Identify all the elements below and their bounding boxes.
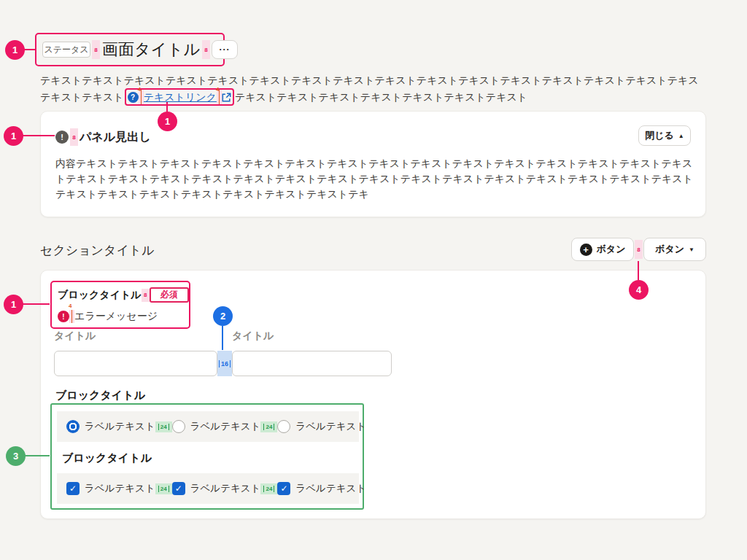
gap-annotation-8: 8 (92, 40, 100, 59)
spec-page: 1 ステータス 8 画面タイトル 8 ··· テキストテキストテキストテキストテ… (0, 0, 747, 560)
status-badge: ステータス (42, 42, 90, 58)
radio-group-title: ブロックタイトル (55, 389, 145, 402)
page-header-specbox: ステータス 8 画面タイトル 8 ··· (35, 33, 225, 66)
checkbox-checked-icon[interactable]: ✓ (277, 482, 290, 495)
radio-label: ラベルテキスト (85, 420, 155, 433)
annotation-line (166, 102, 168, 112)
radio-option-1[interactable]: ラベルテキスト (66, 420, 155, 433)
annotation-marker-1-panel: 1 (4, 126, 23, 146)
gap-annotation-24: 24 (155, 421, 172, 432)
annotation-line (23, 303, 50, 305)
panel-heading: パネル見出し (80, 130, 151, 145)
annotation-marker-1-link: 1 (158, 112, 177, 131)
page-title: 画面タイトル (101, 39, 201, 61)
checkbox-row: ✓ ラベルテキスト 24 ✓ ラベルテキスト 24 ✓ ラベルテキスト (57, 473, 359, 504)
gap-annotation-24: 24 (260, 483, 277, 494)
close-panel-button[interactable]: 閉じる ▲ (638, 125, 691, 146)
section-title: セクションタイトル (40, 242, 155, 259)
radio-label: ラベルテキスト (190, 420, 261, 433)
annotation-marker-1-block: 1 (4, 295, 23, 314)
plus-icon: + (580, 244, 592, 256)
intro-paragraph: テキストテキストテキストテキストテキストテキストテキストテキストテキストテキスト… (40, 74, 705, 106)
gap-annotation-8: 8 (635, 240, 643, 259)
text-link[interactable]: テキストリンク (144, 90, 217, 104)
radio-off-icon[interactable] (277, 420, 290, 433)
panel-card: ! 8 パネル見出し 閉じる ▲ 内容テキストテキストテキストテキストテキストテ… (40, 111, 706, 217)
error-message: エラーメッセージ (74, 310, 158, 323)
gap-annotation-24: 24 (260, 421, 277, 432)
help-icon[interactable]: ? (128, 92, 139, 103)
radio-label: ラベルテキスト (295, 420, 366, 433)
checkbox-group-title: ブロックタイトル (62, 451, 152, 465)
external-link-icon (222, 93, 231, 102)
intro-line2: テキストテキスト ? 4 テキストリンク 4 テキストテキストテキストテキストテ… (40, 88, 705, 106)
gap-annotation-4: 4 (217, 90, 222, 104)
block-header-specbox: ブロックタイトル 8 必須 ! 4 エラーメッセージ (50, 281, 190, 329)
checkbox-option-2[interactable]: ✓ ラベルテキスト (172, 482, 261, 495)
annotation-marker-1-header: 1 (5, 40, 25, 60)
checkbox-checked-icon[interactable]: ✓ (66, 482, 80, 495)
intro-line2-after: テキストテキストテキストテキストテキストテキストテキスト (235, 90, 527, 104)
title-input-2[interactable] (232, 351, 392, 376)
gap-annotation-24: 24 (155, 483, 172, 494)
annotation-marker-3-options: 3 (6, 446, 26, 466)
gap-annotation-8: 8 (142, 289, 150, 302)
gap-annotation-16: 16 (217, 351, 232, 376)
annotation-line (222, 326, 223, 350)
checkbox-label: ラベルテキスト (295, 482, 366, 495)
intro-line2-before: テキストテキスト (40, 90, 124, 104)
panel-body-text: 内容テキストテキストテキストテキストテキストテキストテキストテキストテキストテキ… (55, 156, 693, 202)
block-title: ブロックタイトル (58, 289, 142, 302)
annotation-line (25, 455, 50, 456)
form-card: ブロックタイトル 8 必須 ! 4 エラーメッセージ タイトル タイトル 16 … (40, 270, 706, 519)
gap-annotation-4: 4 (69, 310, 74, 323)
field2-label: タイトル (232, 330, 274, 343)
link-specbox: ? 4 テキストリンク 4 (125, 88, 234, 106)
add-button-label: ボタン (597, 243, 626, 256)
checkbox-label: ラベルテキスト (190, 482, 261, 495)
menu-button[interactable]: ボタン ▼ (643, 238, 706, 261)
gap-annotation-4: 4 (139, 90, 144, 104)
add-button[interactable]: + ボタン (571, 238, 634, 261)
radio-on-icon[interactable] (66, 420, 80, 433)
checkbox-label: ラベルテキスト (85, 482, 155, 495)
annotation-line (638, 261, 639, 280)
radio-option-2[interactable]: ラベルテキスト (172, 420, 261, 433)
info-icon: ! (55, 131, 69, 144)
gap-annotation-8: 8 (70, 128, 78, 146)
checkbox-option-3[interactable]: ✓ ラベルテキスト (277, 482, 366, 495)
gap-annotation-8: 8 (202, 40, 210, 59)
required-badge: 必須 (150, 287, 189, 303)
annotation-marker-2-inputs: 2 (213, 306, 233, 326)
checkbox-option-1[interactable]: ✓ ラベルテキスト (66, 482, 155, 495)
close-button-label: 閉じる (645, 129, 674, 142)
field1-label: タイトル (54, 330, 96, 343)
radio-row: ラベルテキスト 24 ラベルテキスト 24 ラベルテキスト (57, 411, 359, 442)
title-input-1[interactable] (54, 351, 217, 376)
annotation-line (24, 49, 35, 50)
checkbox-checked-icon[interactable]: ✓ (172, 482, 185, 495)
caret-up-icon: ▲ (678, 133, 684, 139)
more-button[interactable]: ··· (212, 40, 238, 59)
annotation-line (23, 135, 55, 136)
radio-off-icon[interactable] (172, 420, 185, 433)
annotation-marker-4-buttons: 4 (629, 280, 649, 300)
options-specbox: ラベルテキスト 24 ラベルテキスト 24 ラベルテキスト ブロックタイトル ✓… (50, 403, 364, 510)
error-icon: ! (58, 311, 69, 322)
radio-option-3[interactable]: ラベルテキスト (277, 420, 366, 433)
caret-down-icon: ▼ (689, 246, 694, 253)
menu-button-label: ボタン (655, 243, 684, 256)
error-message-row: ! 4 エラーメッセージ (58, 310, 183, 323)
